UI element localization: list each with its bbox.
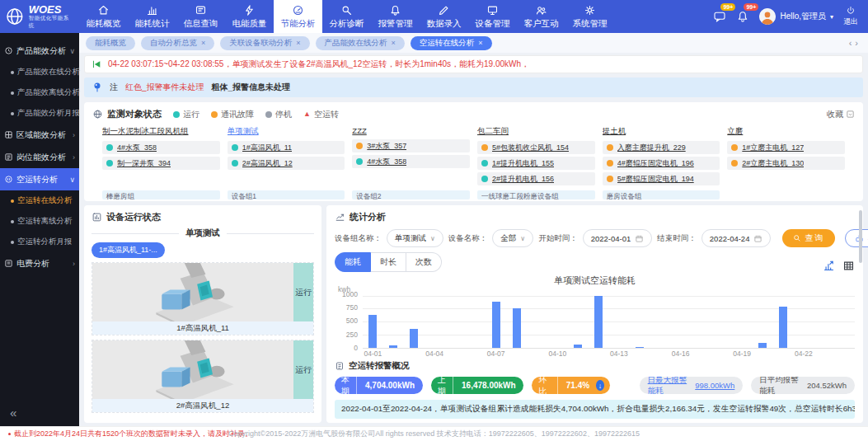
sidebar-item-product-efficiency-offline[interactable]: 产品能效离线分析 xyxy=(0,82,79,103)
topnav-item-energy-overview[interactable]: 能耗概览 xyxy=(79,0,128,33)
monitor-device[interactable]: 5#磨辊压固定电机_194 xyxy=(603,172,720,185)
segment-energy[interactable]: 能耗 xyxy=(335,252,371,272)
device-card[interactable]: 运行 2#高温风机_12 xyxy=(91,340,314,413)
daily-max-pill[interactable]: 日最大报警能耗998.00kWh xyxy=(640,377,744,394)
table-view-icon[interactable] xyxy=(842,260,855,272)
monitor-group-title[interactable]: 制一水泥制冰工段风机组 xyxy=(102,126,220,137)
monitor-device[interactable]: 4#水泵_358 xyxy=(102,141,220,154)
monitor-group-title[interactable]: 棒磨房组 xyxy=(102,190,220,199)
scrollbar-thumb[interactable] xyxy=(859,210,862,263)
x-tick-label: 04-22 xyxy=(795,350,813,358)
legend-comm-fault: 通讯故障 xyxy=(211,109,254,120)
current-period-pill: 本期4,704.00kWh xyxy=(335,377,423,394)
sidebar-item-region-efficiency[interactable]: 区域能效分析 › xyxy=(0,124,79,146)
sidebar-item-post-efficiency[interactable]: 岗位能效分析 › xyxy=(0,146,79,168)
monitor-group-title[interactable]: 磨房设备组 xyxy=(603,190,720,199)
monitor-device[interactable]: 1#提升机电机_155 xyxy=(477,157,595,170)
favorite-button[interactable]: 收藏 xyxy=(827,109,855,120)
app-subtitle: 智能优化节能系统 xyxy=(29,15,74,30)
monitor-device[interactable]: 入磨主磨提升机_229 xyxy=(603,141,720,154)
chart-bar[interactable] xyxy=(779,307,787,348)
query-button[interactable]: 查询 xyxy=(782,229,835,247)
export-button[interactable]: 导出 xyxy=(845,229,868,247)
logout-button[interactable]: 退出 xyxy=(843,6,858,27)
close-icon[interactable]: × xyxy=(392,39,396,47)
monitor-group-title[interactable]: 提土机 xyxy=(603,126,720,137)
topnav-item-energy-saving-analysis[interactable]: 节能分析 xyxy=(274,0,322,33)
segment-count[interactable]: 次数 xyxy=(406,252,442,272)
segment-duration[interactable]: 时长 xyxy=(371,252,406,272)
sidebar-item-idle-offline[interactable]: 空运转离线分析 xyxy=(0,211,79,232)
status-dot-icon xyxy=(106,144,113,151)
monitor-device[interactable]: 1#立磨主电机_127 xyxy=(727,141,845,154)
collapse-box-icon xyxy=(846,110,855,119)
monitor-group-title[interactable]: 一线球磨工段粉磨设备组 xyxy=(477,190,595,199)
tab-auto-analysis[interactable]: 自动分析总览× xyxy=(141,36,214,50)
chart-view-icon[interactable] xyxy=(823,260,835,272)
monitor-device[interactable]: 2#立磨主电机_130 xyxy=(727,157,845,170)
monitor-group-title[interactable]: 单项测试 xyxy=(228,126,345,137)
close-icon[interactable]: × xyxy=(201,39,205,47)
device-status-icon xyxy=(91,212,102,223)
chevron-icon: › xyxy=(73,260,75,268)
sidebar-item-product-efficiency[interactable]: 产品能效分析 ∨ xyxy=(0,40,79,62)
close-icon[interactable]: × xyxy=(296,39,300,47)
topnav-item-data-entry[interactable]: 数据录入 xyxy=(420,0,468,33)
topnav-item-analysis-diagnosis[interactable]: 分析诊断 xyxy=(322,0,371,33)
topnav-item-system-management[interactable]: 系统管理 xyxy=(565,0,614,33)
monitor-group-title[interactable]: 包二车间 xyxy=(477,126,595,137)
user-menu[interactable]: Hello,管理员 ▾ xyxy=(759,8,833,25)
sidebar-item-electricity-fee[interactable]: 电费分析 › xyxy=(0,252,79,274)
tab-product-efficiency-online[interactable]: 产品能效在线分析× xyxy=(316,36,405,50)
monitor-device[interactable]: 制一深井泵_394 xyxy=(102,157,220,170)
tab-linked-device-analysis[interactable]: 关联设备联动分析× xyxy=(220,36,309,50)
topnav-item-info-query[interactable]: 信息查询 xyxy=(176,0,225,33)
close-icon[interactable]: × xyxy=(478,39,482,47)
device-card[interactable]: 运行 1#高温风机_11 xyxy=(91,262,314,335)
chart-bar[interactable] xyxy=(513,308,521,348)
sidebar-item-idle-monthly[interactable]: 空运转分析月报 xyxy=(0,232,79,252)
sidebar-collapse-button[interactable]: « xyxy=(10,406,16,420)
sidebar-item-product-efficiency-online[interactable]: 产品能效在线分析 xyxy=(0,62,79,82)
notifications-button[interactable]: 99+ xyxy=(736,10,749,23)
chart-bar[interactable] xyxy=(492,302,500,348)
ratio-pill: 环比71.4%↓ xyxy=(532,377,610,394)
chart-bar[interactable] xyxy=(368,315,377,348)
group-select[interactable]: 单项测试∨ xyxy=(387,229,443,247)
topnav-item-energy-stats[interactable]: 能耗统计 xyxy=(128,0,176,33)
monitor-device[interactable]: 4#水泵_358 xyxy=(352,155,470,168)
sidebar-item-idle-analysis[interactable]: 空运转分析 ∨ xyxy=(0,168,79,190)
monitor-group-title[interactable]: 设备组2 xyxy=(352,190,470,199)
topnav-item-customer-interaction[interactable]: 客户互动 xyxy=(517,0,565,33)
tab-idle-online[interactable]: 空运转在线分析× xyxy=(411,36,492,50)
monitor-device[interactable]: 2#高温风机_12 xyxy=(228,157,345,170)
scrollbar[interactable] xyxy=(859,210,862,418)
monitor-device[interactable]: 4#磨辊压固定电机_196 xyxy=(603,157,720,170)
monitor-device[interactable]: 5#包装机收尘风机_154 xyxy=(477,141,595,154)
chart-bar[interactable] xyxy=(594,296,603,348)
monitor-device[interactable]: 1#高温风机_11 xyxy=(228,141,345,154)
messages-button[interactable]: 99+ xyxy=(713,10,726,23)
monitor-group-title[interactable]: ZZZ xyxy=(352,126,470,135)
topnav-item-power-quality[interactable]: 电能质量 xyxy=(225,0,274,33)
stats-title: 统计分析 xyxy=(350,211,386,223)
chevron-down-icon: ∨ xyxy=(520,235,525,242)
tab-scroll-right-icon[interactable]: › xyxy=(855,38,861,48)
device-panel-title: 设备运行状态 xyxy=(106,211,161,223)
start-date-input[interactable]: 2022-04-01 xyxy=(583,229,653,247)
end-date-input[interactable]: 2022-04-24 xyxy=(701,229,772,247)
idle-alarm-summary: 空运转报警概况 本期4,704.00kWh 上期16,478.00kWh 环比7… xyxy=(335,360,855,419)
sidebar-item-idle-online[interactable]: 空运转在线分析 xyxy=(0,190,79,211)
topnav-item-device-management[interactable]: 设备管理 xyxy=(468,0,517,33)
tab-energy-overview[interactable]: 能耗概览 xyxy=(86,36,135,50)
sidebar-item-product-efficiency-monthly[interactable]: 产品能效分析月报 xyxy=(0,103,79,124)
device-select[interactable]: 全部∨ xyxy=(492,229,533,247)
monitor-group-title[interactable]: 设备组1 xyxy=(228,190,345,199)
chart-bar[interactable] xyxy=(410,329,418,348)
monitor-group-title[interactable]: 立磨 xyxy=(727,126,845,137)
monitor-device[interactable]: 2#提升机电机_156 xyxy=(477,172,595,185)
topnav-item-alarm-management[interactable]: 报警管理 xyxy=(371,0,420,33)
device-filter-pill[interactable]: 1#高温风机_11-... xyxy=(91,242,165,258)
alarm-marquee-text[interactable]: 04-22 03:07:15~04-22 03:08:55，单项测试发生了设备2… xyxy=(108,59,529,70)
monitor-device[interactable]: 3#水泵_357 xyxy=(352,139,470,152)
